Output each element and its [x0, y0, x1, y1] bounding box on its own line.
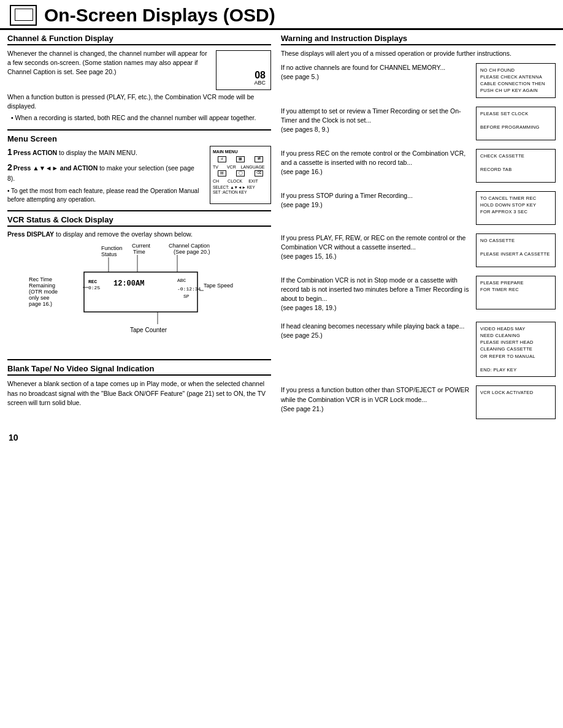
label-vcr: VCR [227, 165, 236, 169]
step1-num: 1 [7, 147, 12, 157]
menu-set-text: SET :ACTION KEY [213, 190, 268, 195]
menu-note: • To get the most from each feature, ple… [7, 187, 204, 204]
channel-bullet: • When a recording is started, both REC … [7, 113, 271, 123]
warning-display-box: NO CH FOUNDPLEASE CHECK ANTENNACABLE CON… [476, 63, 556, 98]
vcr-press-bold: Press DISPLAY [7, 230, 54, 238]
menu-select-row: SELECT: ▲▼◄► KEY SET :ACTION KEY [213, 185, 268, 195]
channel-abc: ABC [254, 80, 266, 86]
menu-section: Menu Screen 1Press ACTION to display the… [7, 129, 271, 205]
svg-text:(OTR mode: (OTR mode [29, 289, 58, 295]
channel-text: Whenever the channel is changed, the cha… [7, 49, 211, 77]
warning-display-box: CHECK CASSETTERECORD TAB [476, 149, 556, 183]
vcr-section: VCR Status & Clock Display Press DISPLAY… [7, 210, 271, 353]
label-clock: CLOCK [228, 179, 242, 183]
menu-icon-vcr: ▩ [236, 156, 245, 162]
menu-section-title: Menu Screen [7, 134, 271, 143]
svg-text:(See page 20.): (See page 20.) [174, 249, 210, 255]
warning-display-box: VCR LOCK ACTIVATED [476, 385, 556, 419]
menu-icon-ch: ▤ [218, 170, 226, 176]
warning-item-text: If you press STOP during a Timer Recordi… [281, 191, 470, 210]
label-ch: CH [213, 179, 219, 183]
svg-text:Tape Counter: Tape Counter [130, 327, 167, 333]
menu-icon-clock: ◯ [236, 170, 245, 176]
svg-text:Status: Status [101, 251, 117, 257]
channel-extra-text: When a function button is pressed (PLAY,… [7, 93, 271, 111]
warning-item-text: If you press PLAY, FF, REW, or REC on th… [281, 233, 470, 262]
channel-section-title: Channel & Function Display [7, 34, 271, 45]
svg-text:only see: only see [29, 295, 50, 301]
blank-section-text: Whenever a blank section of a tape comes… [7, 379, 271, 408]
warning-item-text: If no active channels are found for CHAN… [281, 63, 470, 82]
svg-text:Time: Time [133, 249, 145, 255]
svg-text:12:00AM: 12:00AM [113, 279, 144, 288]
vcr-diagram-container: Function Status Current Time Channel Cap… [29, 241, 250, 353]
warning-item-text: If you press REC on the remote control o… [281, 149, 470, 177]
svg-text:Rec Time: Rec Time [29, 276, 52, 282]
menu-icon-label-row2: CH CLOCK EXIT [213, 178, 268, 184]
warning-item: If you press REC on the remote control o… [281, 149, 556, 183]
warning-intro: These displays will alert you of a misse… [281, 49, 556, 58]
warning-items: If no active channels are found for CHAN… [281, 63, 556, 420]
svg-text:Remaining: Remaining [29, 282, 55, 289]
bullet-text: When a recording is started, both REC an… [15, 114, 256, 121]
warning-item: If you press PLAY, FF, REW, or REC on th… [281, 233, 556, 267]
menu-step1: 1Press ACTION to display the MAIN MENU. [7, 146, 204, 159]
warning-item: If head cleaning becomes necessary while… [281, 322, 556, 377]
blank-section-title: Blank Tape/ No Video Signal Indication [7, 364, 271, 376]
channel-body: Whenever the channel is changed, the cha… [7, 49, 271, 90]
warning-display-box: PLEASE PREPAREFOR TIMER REC [476, 276, 556, 309]
warning-display-box: TO CANCEL TIMER RECHOLD DOWN STOP KEYFOR… [476, 191, 556, 225]
vcr-press-rest: to display and remove the overlay shown … [54, 230, 193, 238]
menu-icon-row1: d ▩ ⇄ [213, 156, 268, 162]
step2-bold: Press ▲▼◄► and ACTION [13, 164, 98, 172]
menu-step2: 2Press ▲▼◄► and ACTION to make your sele… [7, 161, 204, 184]
menu-select-text: SELECT: ▲▼◄► KEY [213, 185, 268, 190]
warning-item: If you press a function button other tha… [281, 385, 556, 419]
menu-display-box: MAIN MENU d ▩ ⇄ TV VCR LANGUAGE ▤ ◯ [210, 146, 271, 205]
step2-num: 2 [7, 162, 12, 172]
svg-text:Tape Speed: Tape Speed [204, 282, 233, 289]
svg-text:-0:12:34: -0:12:34 [177, 286, 201, 292]
menu-icon-exit: ⌫ [255, 170, 263, 176]
svg-text:REC: REC [88, 279, 98, 284]
page-number: 10 [0, 428, 563, 447]
label-exit: EXIT [248, 179, 258, 183]
svg-text:0:25: 0:25 [88, 285, 100, 290]
warning-item-text: If the Combination VCR is not in Stop mo… [281, 276, 470, 313]
menu-icon-lang: ⇄ [255, 156, 263, 162]
channel-text-content: Whenever the channel is changed, the cha… [7, 50, 207, 75]
label-tv: TV [213, 165, 218, 169]
menu-body: 1Press ACTION to display the MAIN MENU. … [7, 146, 271, 205]
menu-img-title: MAIN MENU [213, 149, 268, 154]
tv-icon [10, 5, 37, 26]
warning-item: If you press STOP during a Timer Recordi… [281, 191, 556, 225]
warning-item: If you attempt to set or review a Timer … [281, 107, 556, 140]
warning-display-box: PLEASE SET CLOCKBEFORE PROGRAMMING [476, 107, 556, 140]
svg-text:Current: Current [132, 243, 151, 249]
menu-main-menu-label: MAIN MENU [213, 149, 237, 154]
warning-display-box: NO CASSETTEPLEASE INSERT A CASSETTE [476, 233, 556, 267]
menu-icon-d: d [218, 156, 226, 162]
svg-text:SP: SP [183, 294, 190, 299]
svg-text:ABC: ABC [177, 278, 186, 283]
warning-item-text: If you press a function button other tha… [281, 385, 470, 414]
blank-section: Blank Tape/ No Video Signal Indication W… [7, 359, 271, 408]
menu-icon-label-row1: TV VCR LANGUAGE [213, 164, 268, 170]
warning-item-text: If head cleaning becomes necessary while… [281, 322, 470, 340]
warning-display-box: VIDEO HEADS MAYNEED CLEANINGPLEASE INSER… [476, 322, 556, 377]
right-column: Warning and Instruction Displays These d… [281, 34, 556, 428]
page-title: On-Screen Displays (OSD) [44, 5, 275, 26]
warning-item: If no active channels are found for CHAN… [281, 63, 556, 98]
warning-item-text: If you attempt to set or review a Timer … [281, 107, 470, 135]
channel-display-box: 08 ABC [216, 50, 271, 90]
label-language: LANGUAGE [241, 165, 265, 169]
vcr-section-title: VCR Status & Clock Display [7, 215, 271, 227]
warning-item: If the Combination VCR is not in Stop mo… [281, 276, 556, 313]
main-content: Channel & Function Display Whenever the … [0, 34, 563, 428]
step1-text: to display the MAIN MENU. [57, 149, 137, 156]
menu-steps: 1Press ACTION to display the MAIN MENU. … [7, 146, 204, 205]
svg-text:page 16.): page 16.) [29, 301, 52, 307]
step1-bold: Press ACTION [13, 149, 57, 156]
menu-icon-row2: ▤ ◯ ⌫ [213, 170, 268, 176]
bullet-symbol: • [11, 114, 15, 121]
